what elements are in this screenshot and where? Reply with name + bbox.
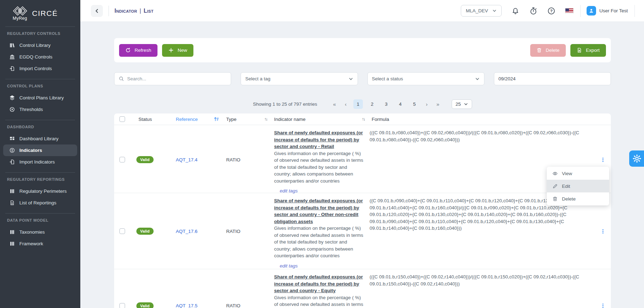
status-badge: Valid xyxy=(136,228,154,235)
sidebar-item-label: EGDQ Controls xyxy=(19,54,52,60)
dashboard-grid-icon xyxy=(9,136,15,142)
sidebar-divider xyxy=(5,79,75,79)
row-checkbox[interactable] xyxy=(119,303,125,308)
column-header-indicator-name[interactable]: Indicator name ↑↓ xyxy=(272,113,370,125)
environment-select[interactable]: MLA_DEV xyxy=(461,5,502,17)
row-actions-kebab-icon[interactable] xyxy=(595,269,611,308)
sidebar-divider xyxy=(5,172,75,173)
help-question-icon[interactable]: ? xyxy=(547,7,556,15)
sidebar-item-thresholds[interactable]: Thresholds xyxy=(0,104,80,115)
row-context-menu: View Edit Delete xyxy=(547,167,609,205)
brand-name: MyReg xyxy=(13,16,27,21)
page-3-button[interactable]: 3 xyxy=(382,99,391,109)
section-label-control-plans: CONTROL PLANS xyxy=(7,84,80,88)
indicator-title-link[interactable]: Share of newly defaulted exposures (or i… xyxy=(274,197,370,225)
reference-link[interactable]: AQT_17.4 xyxy=(176,157,198,162)
column-header-reference[interactable]: Reference xyxy=(174,113,224,125)
table-row: Valid AQT_17.4 RATIO Share of newly defa… xyxy=(114,125,611,193)
pencil-icon xyxy=(552,184,558,189)
user-avatar-icon xyxy=(587,6,596,16)
context-menu-edit[interactable]: Edit xyxy=(547,180,609,192)
search-input[interactable] xyxy=(127,76,227,81)
sidebar-item-control-plans-library[interactable]: Control Plans Library xyxy=(0,92,80,104)
sidebar-item-framework[interactable]: Framework xyxy=(0,238,80,250)
layers-icon xyxy=(9,95,15,101)
user-menu[interactable]: User For Test xyxy=(587,6,628,16)
bank-icon xyxy=(9,54,15,60)
indicator-title-link[interactable]: Share of newly defaulted exposures (or i… xyxy=(274,129,370,150)
formula-cell: (({C 09.01.b,r150,c040})+({C 09.02,r140,… xyxy=(370,269,595,308)
new-button[interactable]: New xyxy=(162,44,193,57)
sidebar-item-taxonomies[interactable]: Taxonomies xyxy=(0,226,80,238)
page-5-button[interactable]: 5 xyxy=(410,99,419,109)
sidebar-item-indicators[interactable]: Indicators xyxy=(3,144,77,156)
column-header-actions xyxy=(595,113,611,125)
table-header-row: Status Reference Type ↑↓ Indicator name … xyxy=(114,113,611,125)
columns-icon xyxy=(9,229,15,235)
sidebar-item-control-library[interactable]: Control Library xyxy=(0,39,80,51)
column-header-type[interactable]: Type ↑↓ xyxy=(224,113,272,125)
table-row: Valid AQT_17.6 RATIO Share of newly defa… xyxy=(114,193,611,269)
refresh-label: Refresh xyxy=(135,48,151,53)
refresh-button[interactable]: Refresh xyxy=(119,44,157,57)
page-4-button[interactable]: 4 xyxy=(396,99,405,109)
prev-page-button[interactable]: ‹ xyxy=(343,101,349,107)
delete-button[interactable]: Delete xyxy=(530,44,566,57)
sidebar-item-dashboard-library[interactable]: Dashboard Library xyxy=(0,133,80,144)
first-page-button[interactable]: « xyxy=(331,101,338,107)
notifications-bell-icon[interactable] xyxy=(511,7,520,15)
page-2-button[interactable]: 2 xyxy=(367,99,377,109)
indicator-title-link[interactable]: Share of newly defaulted exposures (or i… xyxy=(274,273,370,294)
row-checkbox[interactable] xyxy=(119,228,125,234)
timer-stopwatch-icon[interactable] xyxy=(529,7,538,15)
sidebar-item-label: Import Indicators xyxy=(19,159,55,165)
row-checkbox[interactable] xyxy=(119,157,125,162)
sidebar-item-label: Regulatory Perimeters xyxy=(19,189,67,194)
breadcrumb-section: Indicator xyxy=(114,8,137,14)
tag-select[interactable]: Select a tag xyxy=(241,72,358,85)
delete-label: Delete xyxy=(546,48,559,53)
app-screen: MyReg CIRCÉ REGULATORY CONTROLS Control … xyxy=(0,0,644,308)
column-header-label: Type xyxy=(226,117,236,122)
context-menu-label: Delete xyxy=(562,196,576,202)
export-button[interactable]: Export xyxy=(570,44,606,57)
indicator-name-cell: Share of newly defaulted exposures (or i… xyxy=(272,269,370,308)
column-header-status: Status xyxy=(134,113,174,125)
section-label-regulatory-controls: REGULATORY CONTROLS xyxy=(7,31,80,36)
topbar: Indicator|List MLA_DEV ? xyxy=(80,0,644,22)
page-1-button[interactable]: 1 xyxy=(353,99,363,109)
select-all-checkbox[interactable] xyxy=(119,116,125,122)
info-circle-icon xyxy=(9,148,15,153)
indicator-description: Gives information on the percentage ( %)… xyxy=(274,225,370,259)
period-input[interactable] xyxy=(499,76,606,81)
sidebar-item-label: Dashboard Library xyxy=(19,136,58,141)
status-select[interactable]: Select a status xyxy=(367,72,484,85)
language-flag-us-icon[interactable] xyxy=(565,8,574,13)
plus-icon xyxy=(168,48,174,53)
chevron-down-icon xyxy=(464,102,468,106)
excel-file-icon xyxy=(577,48,582,53)
sidebar-item-import-controls[interactable]: Import Controls xyxy=(0,63,80,74)
edit-tags-link[interactable]: edit tags xyxy=(280,263,298,270)
sidebar-item-regulatory-perimeters[interactable]: Regulatory Perimeters xyxy=(0,185,80,197)
sidebar-item-import-indicators[interactable]: Import Indicators xyxy=(0,156,80,168)
sidebar-item-list-of-reportings[interactable]: List of Reportings xyxy=(0,197,80,209)
status-badge: Valid xyxy=(136,156,154,163)
context-menu-label: Edit xyxy=(562,184,570,189)
books-icon xyxy=(9,43,15,48)
environment-value: MLA_DEV xyxy=(466,8,488,13)
settings-gear-button[interactable] xyxy=(629,150,644,167)
page-size-select[interactable]: 25 xyxy=(452,99,472,109)
file-import-icon xyxy=(9,159,15,165)
reference-link[interactable]: AQT_17.6 xyxy=(176,229,198,234)
next-page-button[interactable]: › xyxy=(424,101,430,107)
reference-link[interactable]: AQT_17.5 xyxy=(176,303,198,308)
sidebar-item-egdq-controls[interactable]: EGDQ Controls xyxy=(0,51,80,63)
back-button[interactable] xyxy=(91,5,103,17)
context-menu-view[interactable]: View xyxy=(547,167,609,180)
sidebar-item-label: Import Controls xyxy=(19,66,52,71)
last-page-button[interactable]: » xyxy=(434,101,441,107)
context-menu-delete[interactable]: Delete xyxy=(547,192,609,205)
main-content: Refresh New Delete Export xyxy=(80,22,644,308)
breadcrumb: Indicator|List xyxy=(114,8,154,14)
